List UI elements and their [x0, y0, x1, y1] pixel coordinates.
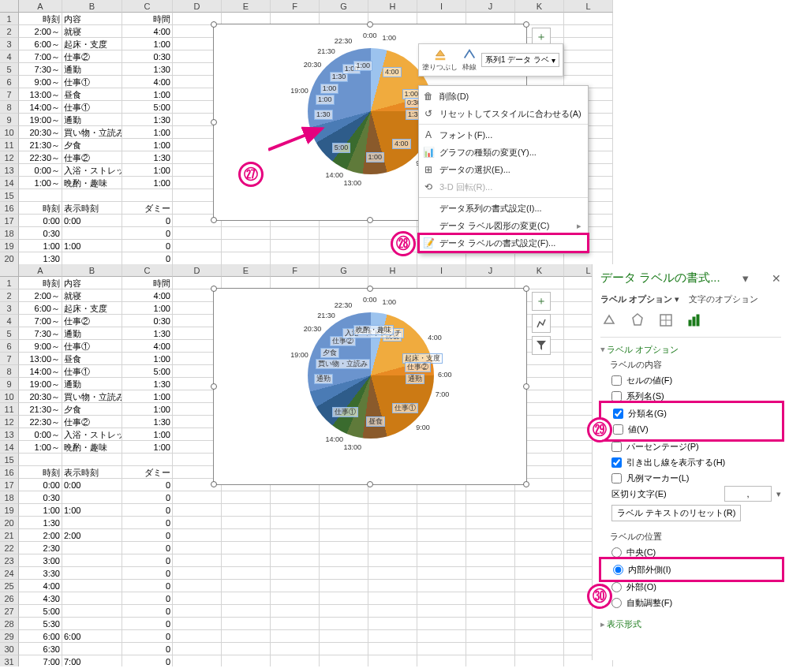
row-header[interactable]: 1	[0, 277, 19, 289]
cell[interactable]: 6:00	[62, 630, 122, 643]
cell[interactable]: 1:00	[62, 240, 122, 252]
cell[interactable]: 0	[122, 655, 173, 666]
cell[interactable]	[173, 227, 222, 240]
cell[interactable]	[515, 554, 564, 567]
data-label[interactable]: 仕事①	[332, 407, 358, 417]
cell[interactable]	[271, 655, 320, 666]
cell[interactable]	[271, 240, 320, 252]
row-header[interactable]: 15	[0, 454, 19, 466]
cell[interactable]	[466, 630, 515, 643]
col-header[interactable]: C	[122, 0, 173, 13]
chart-filters-button[interactable]	[532, 336, 551, 355]
cell[interactable]: 0	[122, 630, 173, 643]
cell[interactable]	[368, 542, 417, 554]
cell[interactable]	[368, 630, 417, 643]
cell[interactable]	[173, 542, 222, 554]
cell[interactable]	[466, 618, 515, 630]
cell[interactable]: 6:00～	[19, 38, 62, 50]
pos-outside[interactable]: 外部(O)	[600, 579, 781, 595]
cell[interactable]	[222, 491, 271, 504]
outline-button[interactable]: 枠線	[462, 47, 477, 73]
col-header[interactable]: D	[173, 0, 222, 13]
cell[interactable]: 14:00～	[19, 101, 62, 114]
cell[interactable]	[271, 605, 320, 618]
cell[interactable]	[222, 605, 271, 618]
cell[interactable]: 1:30	[122, 378, 173, 390]
data-label[interactable]: 1:00	[320, 84, 339, 94]
row-header[interactable]: 28	[0, 618, 19, 630]
cell[interactable]: 通勤	[62, 378, 122, 390]
opt-cell-value[interactable]: セルの値(F)	[600, 372, 781, 388]
cell[interactable]	[466, 592, 515, 605]
data-label[interactable]: 通勤	[406, 374, 424, 384]
cell[interactable]: 0	[122, 479, 173, 491]
cell[interactable]: 0	[122, 491, 173, 504]
section-number-format[interactable]: 表示形式	[600, 618, 781, 630]
cell[interactable]	[417, 655, 466, 666]
cell[interactable]	[62, 605, 122, 618]
col-header[interactable]: J	[466, 0, 515, 13]
cell[interactable]: 仕事①	[62, 101, 122, 114]
row-header[interactable]: 3	[0, 302, 19, 315]
row-header[interactable]: 9	[0, 114, 19, 126]
cell[interactable]: 1:00	[122, 441, 173, 454]
cell[interactable]: 0	[122, 580, 173, 592]
cell[interactable]	[271, 554, 320, 567]
cell[interactable]: 0	[122, 517, 173, 529]
col-header[interactable]: G	[320, 264, 368, 277]
cell[interactable]: 6:00～	[19, 302, 62, 315]
cell[interactable]: 就寝	[62, 289, 122, 302]
cell[interactable]: 1:00	[122, 353, 173, 365]
cell[interactable]: 昼食	[62, 88, 122, 101]
cell[interactable]	[320, 517, 368, 529]
row-header[interactable]: 2	[0, 25, 19, 38]
row-header[interactable]: 24	[0, 567, 19, 580]
cell[interactable]	[173, 567, 222, 580]
data-label[interactable]: 1:30	[314, 110, 333, 120]
cell[interactable]: 通勤	[62, 114, 122, 126]
row-header[interactable]: 11	[0, 403, 19, 416]
cell[interactable]: 0	[122, 227, 173, 240]
cell[interactable]	[368, 504, 417, 517]
cell[interactable]: 0	[122, 504, 173, 517]
cell[interactable]	[173, 643, 222, 655]
cell[interactable]	[417, 529, 466, 542]
cell[interactable]	[515, 630, 564, 643]
pos-center[interactable]: 中央(C)	[600, 544, 781, 560]
cell[interactable]	[173, 580, 222, 592]
cell[interactable]: 時間	[122, 13, 173, 25]
opt-percentage[interactable]: パーセンテージ(P)	[600, 439, 781, 454]
close-icon[interactable]: ✕	[772, 272, 781, 285]
cell[interactable]	[62, 252, 122, 265]
cell[interactable]: 買い物・立読み	[62, 126, 122, 139]
cell[interactable]	[515, 592, 564, 605]
cell[interactable]: 時刻	[19, 277, 62, 289]
row-header[interactable]: 5	[0, 63, 19, 76]
cell[interactable]: 19:00～	[19, 114, 62, 126]
cell[interactable]	[564, 50, 613, 63]
cell[interactable]: 0	[122, 252, 173, 265]
effects-icon[interactable]	[629, 312, 646, 329]
chart-styles-button[interactable]	[532, 314, 551, 333]
row-header[interactable]: 14	[0, 441, 19, 454]
cell[interactable]: 1:30	[122, 114, 173, 126]
cell[interactable]: 3:30	[19, 567, 62, 580]
cell[interactable]	[515, 517, 564, 529]
row-header[interactable]: 10	[0, 126, 19, 139]
data-label[interactable]: 通勤	[314, 374, 333, 384]
cell[interactable]: 0:00	[62, 215, 122, 227]
cell[interactable]	[466, 655, 515, 666]
col-header[interactable]: E	[222, 0, 271, 13]
row-header[interactable]: 7	[0, 88, 19, 101]
cell[interactable]	[417, 504, 466, 517]
cell[interactable]	[62, 517, 122, 529]
row-header[interactable]: 13	[0, 428, 19, 441]
cell[interactable]: 2:00～	[19, 289, 62, 302]
cell[interactable]	[417, 630, 466, 643]
cell[interactable]	[222, 529, 271, 542]
col-header[interactable]: K	[515, 0, 564, 13]
row-header[interactable]: 19	[0, 504, 19, 517]
row-header[interactable]: 31	[0, 655, 19, 666]
cell[interactable]	[417, 567, 466, 580]
cell[interactable]	[564, 252, 613, 265]
